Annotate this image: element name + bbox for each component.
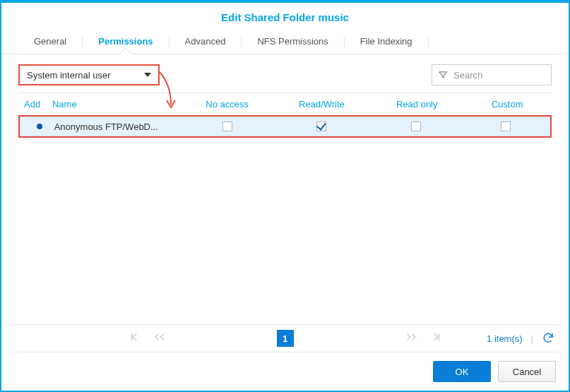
- checkbox-read-only[interactable]: [411, 121, 421, 131]
- tab-permissions[interactable]: Permissions: [83, 29, 168, 54]
- table-row[interactable]: Anonymous FTP/WebD...: [20, 117, 550, 136]
- tab-general[interactable]: General: [18, 29, 82, 54]
- page-next-icon[interactable]: [404, 331, 418, 345]
- page-last-icon[interactable]: [431, 331, 442, 345]
- dropdown-selected-label: System internal user: [27, 70, 111, 81]
- cancel-button[interactable]: Cancel: [498, 361, 556, 382]
- cell-read-write: [273, 117, 371, 136]
- page-first-icon[interactable]: [129, 331, 140, 345]
- search-input[interactable]: [452, 69, 537, 81]
- dialog-title: Edit Shared Folder music: [1, 3, 569, 29]
- ok-button[interactable]: OK: [433, 361, 491, 382]
- col-header-read-only[interactable]: Read only: [371, 93, 463, 115]
- tab-file-indexing[interactable]: File Indexing: [345, 29, 428, 54]
- user-scope-dropdown[interactable]: System internal user: [18, 64, 160, 85]
- col-header-read-write[interactable]: Read/Write: [273, 93, 372, 115]
- tab-nfs-permissions[interactable]: NFS Permissions: [242, 29, 343, 54]
- tab-separator: [428, 35, 429, 48]
- search-box[interactable]: [432, 64, 552, 85]
- col-header-name[interactable]: Name: [48, 93, 182, 115]
- cell-read-only: [370, 117, 461, 136]
- action-buttons: OK Cancel: [1, 352, 569, 391]
- cell-add: [20, 117, 50, 136]
- checkbox-read-write[interactable]: [316, 121, 326, 131]
- cell-name: Anonymous FTP/WebD...: [50, 117, 183, 136]
- pagination-bar: 1 1 item(s) |: [7, 324, 563, 352]
- cell-custom: [461, 117, 550, 136]
- reload-icon[interactable]: [542, 331, 554, 346]
- toolbar: System internal user: [1, 54, 569, 93]
- tab-advanced[interactable]: Advanced: [170, 29, 242, 54]
- table-body-highlight: Anonymous FTP/WebD...: [18, 115, 552, 138]
- table-header: Add Name No access Read/Write Read only …: [18, 93, 552, 116]
- chevron-down-icon: [144, 73, 151, 77]
- col-header-no-access[interactable]: No access: [182, 93, 273, 115]
- cell-no-access: [183, 117, 273, 136]
- add-indicator-icon: [37, 124, 42, 129]
- filter-icon: [438, 70, 448, 80]
- page-number-current[interactable]: 1: [277, 330, 294, 347]
- tab-bar: General Permissions Advanced NFS Permiss…: [1, 29, 569, 54]
- checkbox-no-access[interactable]: [222, 121, 232, 131]
- col-header-custom[interactable]: Custom: [463, 93, 552, 115]
- checkbox-custom[interactable]: [501, 121, 511, 131]
- col-header-add[interactable]: Add: [18, 93, 48, 115]
- dialog-footer: 1 1 item(s) | OK Cancel: [1, 324, 569, 391]
- page-prev-icon[interactable]: [153, 331, 167, 345]
- edit-shared-folder-dialog: Edit Shared Folder music General Permiss…: [0, 0, 570, 392]
- permissions-table: Add Name No access Read/Write Read only …: [18, 93, 552, 138]
- items-summary: 1 item(s): [487, 333, 523, 344]
